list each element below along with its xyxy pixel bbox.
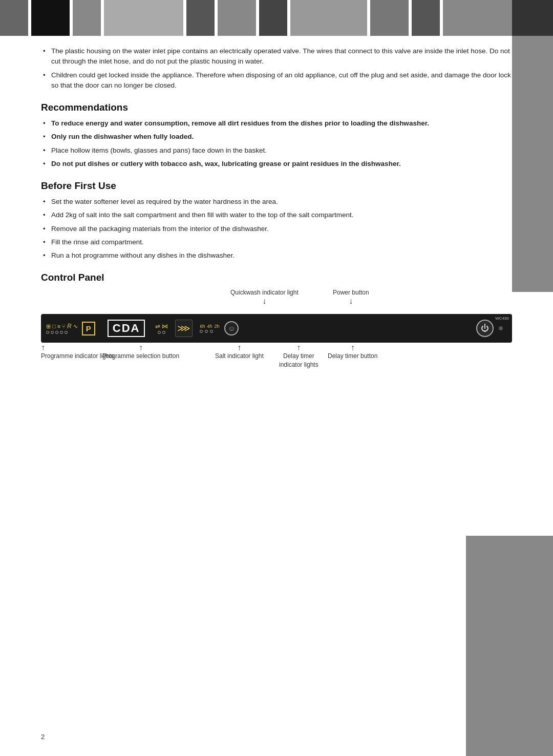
prog-dot-2 xyxy=(51,331,54,334)
prog-icon-lines: ≡ xyxy=(57,323,60,329)
prog-icons-top-row: ⊞ □ ≡ ⑂ R ∿ xyxy=(46,323,78,330)
bar-block-3 xyxy=(31,0,70,36)
recommendations-heading: Recommendations xyxy=(41,102,512,113)
rec-bullet-2: Only run the dishwasher when fully loade… xyxy=(41,132,512,142)
delay-2h-label: 2h xyxy=(214,324,219,329)
rec-bullet-3: Place hollow items (bowls, glasses and p… xyxy=(41,145,512,156)
delay-dot-2 xyxy=(205,330,208,333)
delay-4h-label: 4h xyxy=(207,324,212,329)
intro-bullet-list: The plastic housing on the water inlet p… xyxy=(41,46,512,91)
page-number: 2 xyxy=(41,733,45,741)
salt-icon-2: ⋈ xyxy=(162,323,168,330)
prog-dot-4 xyxy=(60,331,63,334)
control-panel-heading: Control Panel xyxy=(41,272,512,283)
prog-icon-cup: □ xyxy=(52,323,56,329)
bar-block-13 xyxy=(259,0,287,36)
prog-dots-row xyxy=(46,331,78,334)
bfu-bullet-3: Remove all the packaging materials from … xyxy=(41,224,512,234)
quickwash-arrow-down: ↓ xyxy=(230,297,299,305)
bfu-bullet-4: Fill the rinse aid compartment. xyxy=(41,237,512,247)
delay-timer-group: 6h 4h 2h xyxy=(200,324,219,333)
prog-icon-wave: ∿ xyxy=(73,323,78,330)
quickwash-label: Quickwash indicator light ↓ xyxy=(230,288,299,305)
bar-block-9 xyxy=(186,0,215,36)
prog-select-arrow-up: ↑ xyxy=(102,344,179,352)
prog-dot-1 xyxy=(46,331,49,334)
delay-dots-row xyxy=(200,330,219,333)
prog-icon-pot: ⊞ xyxy=(46,323,51,330)
recommendations-section: Recommendations To reduce energy and wat… xyxy=(41,102,512,169)
programme-icons-group: ⊞ □ ≡ ⑂ R ∿ xyxy=(46,323,78,334)
delay-timer-btn-arrow-up: ↑ xyxy=(328,344,377,352)
delay-6h-label: 6h xyxy=(200,324,205,329)
delay-labels-row: 6h 4h 2h xyxy=(200,324,219,329)
bar-block-17 xyxy=(370,0,409,36)
prog-icon-fork: ⑂ xyxy=(62,323,66,329)
smiley-icon: ☺ xyxy=(228,324,235,332)
salt-icon-1: ⇌ xyxy=(155,323,160,330)
quickwash-button[interactable]: ⋙ xyxy=(175,320,193,337)
rec-bullet-1: To reduce energy and water consumption, … xyxy=(41,118,512,129)
bottom-right-gray-block xyxy=(466,536,553,756)
bottom-annotations: ↑ Programme indicator lights ↑ Programme… xyxy=(41,343,512,384)
bar-block-7 xyxy=(104,0,183,36)
salt-dot-1 xyxy=(158,331,161,334)
programme-select-button[interactable]: P xyxy=(82,322,95,335)
power-led xyxy=(499,326,503,330)
salt-icons: ⇌ ⋈ xyxy=(155,323,168,330)
delay-dot-1 xyxy=(200,330,203,333)
before-first-use-list: Set the water softener level as required… xyxy=(41,197,512,261)
bfu-bullet-2: Add 2kg of salt into the salt compartmen… xyxy=(41,210,512,220)
recommendations-list: To reduce energy and water consumption, … xyxy=(41,118,512,169)
prog-icon-r: R xyxy=(67,323,72,330)
bar-block-19 xyxy=(412,0,440,36)
salt-dot-2 xyxy=(162,331,165,334)
brand-box: CDA xyxy=(108,320,145,337)
rec-bullet-4: Do not put dishes or cutlery with tobacc… xyxy=(41,159,512,169)
before-first-use-section: Before First Use Set the water softener … xyxy=(41,180,512,261)
top-annotations: Quickwash indicator light ↓ Power button… xyxy=(41,288,512,314)
delay-timer-arrow-up: ↑ xyxy=(279,344,318,352)
quickwash-icon: ⋙ xyxy=(177,323,190,334)
bar-block-5 xyxy=(73,0,101,36)
quickwash-indicator-circle: ☺ xyxy=(224,321,239,335)
intro-bullet-1: The plastic housing on the water inlet p… xyxy=(41,46,512,67)
power-arrow-down: ↓ xyxy=(333,297,369,305)
salt-arrow-up: ↑ xyxy=(215,344,264,352)
bar-block-15 xyxy=(290,0,367,36)
power-icon: ⏻ xyxy=(481,324,489,333)
control-panel-diagram: Quickwash indicator light ↓ Power button… xyxy=(41,288,512,384)
power-button-label: Power button ↓ xyxy=(333,288,369,305)
delay-timer-btn-label: ↑ Delay timer button xyxy=(328,344,377,361)
before-first-use-heading: Before First Use xyxy=(41,180,512,192)
power-button[interactable]: ⏻ xyxy=(476,320,494,337)
delay-dot-3 xyxy=(210,330,213,333)
model-label: WC430 xyxy=(495,316,509,321)
salt-indicator-group: ⇌ ⋈ xyxy=(155,323,168,334)
bar-block-11 xyxy=(218,0,256,36)
delay-timer-indicator-label: ↑ Delay timerindicator lights xyxy=(279,344,318,369)
brand-name: CDA xyxy=(113,322,140,334)
bfu-bullet-5: Run a hot programme without any dishes i… xyxy=(41,250,512,261)
salt-dots xyxy=(158,331,165,334)
prog-dot-5 xyxy=(65,331,68,334)
control-panel-bar: ⊞ □ ≡ ⑂ R ∿ P xyxy=(41,314,512,343)
intro-bullet-2: Children could get locked inside the app… xyxy=(41,70,512,91)
prog-select-btn-label: ↑ Programme selection button xyxy=(102,344,179,361)
prog-dot-3 xyxy=(55,331,58,334)
bfu-bullet-1: Set the water softener level as required… xyxy=(41,197,512,207)
bar-block-right xyxy=(512,0,553,36)
salt-indicator-label: ↑ Salt indicator light xyxy=(215,344,264,361)
bar-block-1 xyxy=(0,0,28,36)
bar-block-21 xyxy=(443,0,512,36)
control-panel-section: Control Panel Quickwash indicator light … xyxy=(41,272,512,384)
top-decorative-bar xyxy=(0,0,553,36)
